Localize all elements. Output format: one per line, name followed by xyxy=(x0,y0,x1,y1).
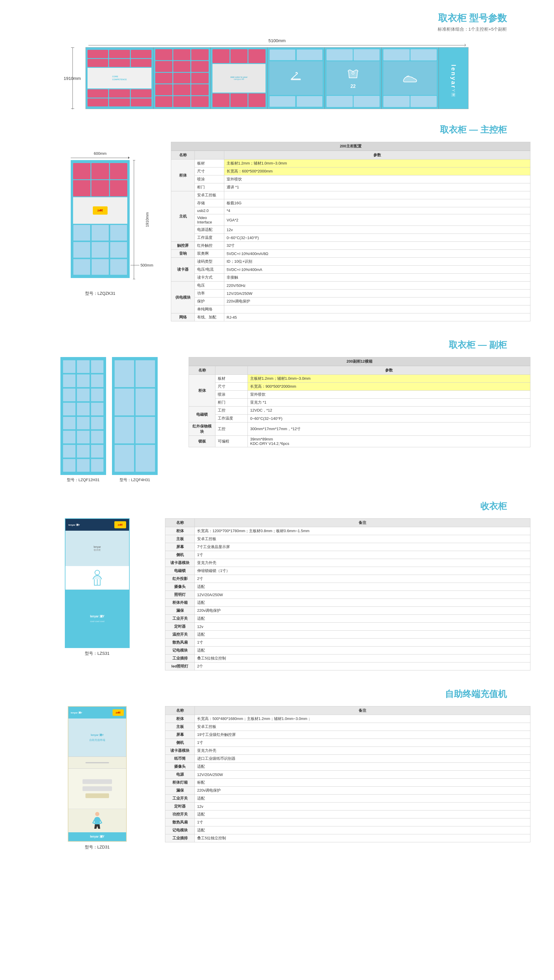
sub-cabinet-4: 22 xyxy=(325,48,382,109)
brand-cn: 澜Y xyxy=(451,89,456,92)
mc-col-name2 xyxy=(195,151,224,159)
cc-col-name: 名称 xyxy=(165,519,195,527)
collection-cabinet-box: lenyar 澜Y 24时 lenyar 收衣柜 xyxy=(65,518,130,648)
terminal-spec: 名称 备注 柜体长宽高：500*480*1680mm；主板材1.2mm；辅材1.… xyxy=(165,706,530,842)
sub-cabinet-drawing-area: 型号：LZQF12H31 型号：LZQF4H31 xyxy=(53,357,165,483)
main-cabinet-box: 24时 xyxy=(71,160,130,278)
main-control-cabinet: CORE COMPETENCE xyxy=(86,48,153,109)
core-label: CORE xyxy=(112,75,127,78)
width-dimension: 5100mm xyxy=(86,38,468,43)
main-cabinet-section: 取衣柜 — 主控柜 600mm xyxy=(24,124,530,321)
terminal-drawing-area: lenyar 澜Y 24时 lenyar 澜Y 自助充值终端 xyxy=(53,706,142,850)
sub-cabinet-1 xyxy=(153,48,211,109)
sub-cabinet-title: 取衣柜 — 副柜 xyxy=(449,340,507,350)
term-col-value: 备注 xyxy=(195,706,530,715)
sub-cabinet-model-1: 型号：LZQF12H31 xyxy=(67,477,100,483)
sub-cabinet-box-1 xyxy=(60,357,106,475)
svg-point-3 xyxy=(95,812,99,816)
collection-cabinet-title: 收衣柜 xyxy=(480,501,507,511)
terminal-box: lenyar 澜Y 24时 lenyar 澜Y 自助充值终端 xyxy=(68,706,127,842)
width-dim-line xyxy=(86,44,468,46)
cabinet-frame: 1910mm CORE xyxy=(86,47,468,109)
sub-cabinet-table-title: 200副柜12横箱 xyxy=(189,357,530,366)
cc-col-value: 备注 xyxy=(195,519,530,527)
main-cabinet-table-title: 200主柜配置 xyxy=(171,142,530,151)
add-color-label: Add color to your xyxy=(231,76,248,78)
width-label: 5100mm xyxy=(269,38,285,43)
mc-width-label: 600mm xyxy=(94,151,107,156)
main-cabinet-drawing-area: 600mm xyxy=(53,142,147,296)
brand-panel: lenyar 澜Y xyxy=(439,48,468,109)
mc-col-name: 名称 xyxy=(171,151,195,159)
mc-col-value: 参数 xyxy=(224,151,530,159)
sub-cabinet-model-2: 型号：LZQF4H31 xyxy=(119,477,150,483)
terminal-section: 自助终端充值机 lenyar 澜Y 24时 lenyar 澜Y 自助充值终端 xyxy=(24,688,530,850)
svg-rect-0 xyxy=(291,79,301,80)
main-cabinet-spec: 200主柜配置 名称 参数 柜体 板材 主板材1.2mm；辅材1.0 xyxy=(171,142,530,321)
page-title: 取衣柜 型号参数 xyxy=(24,12,507,25)
competence-label: COMPETENCE xyxy=(112,78,127,81)
sc-col-value: 参数 xyxy=(248,366,530,375)
collection-cabinet-drawing-area: lenyar 澜Y 24时 lenyar 收衣柜 xyxy=(53,518,142,656)
sub-cabinet-5 xyxy=(382,48,439,109)
svg-point-2 xyxy=(95,570,100,575)
page-subtitle: 标准柜体组合：1个主控柜+5个副柜 xyxy=(24,27,507,32)
sc-col-name: 名称 xyxy=(189,366,215,375)
page-header: 取衣柜 型号参数 标准柜体组合：1个主控柜+5个副柜 xyxy=(24,12,530,32)
campus-life-label: campus life xyxy=(234,78,244,80)
sub-cabinet-section: 取衣柜 — 副柜 xyxy=(24,339,530,483)
collection-cabinet-spec: 名称 备注 柜体长宽高：1200*700*1780mm；主板材0.8mm；板材0… xyxy=(165,518,530,671)
sub-cabinet-3 xyxy=(267,48,325,109)
sc-col-name2 xyxy=(215,366,248,375)
mc-height-label: 1910mm xyxy=(145,212,150,227)
main-cabinet-model: 型号：LZQZK31 xyxy=(85,291,116,296)
sub-cabinet-spec: 200副柜12横箱 名称 参数 柜体 板材 主板材1.2mm；辅材1 xyxy=(189,357,530,447)
main-cabinet-title: 取衣柜 — 主控柜 xyxy=(440,125,507,134)
mc-depth-label: 500mm xyxy=(140,263,153,268)
term-col-name: 名称 xyxy=(165,706,195,715)
sub-cabinet-2: Add color to your campus life xyxy=(211,48,268,109)
brand-name: lenyar xyxy=(450,65,457,89)
terminal-title: 自助终端充值机 xyxy=(445,689,507,699)
collection-cabinet-model: 型号：LZS31 xyxy=(85,651,109,656)
terminal-model: 型号：LZD31 xyxy=(85,845,110,850)
collection-cabinet-section: 收衣柜 lenyar 澜Y 24时 lenyar 收衣柜 xyxy=(24,500,530,671)
overview-diagram: 5100mm 1910mm xyxy=(86,38,468,109)
sub-cabinet-box-2 xyxy=(112,357,158,475)
